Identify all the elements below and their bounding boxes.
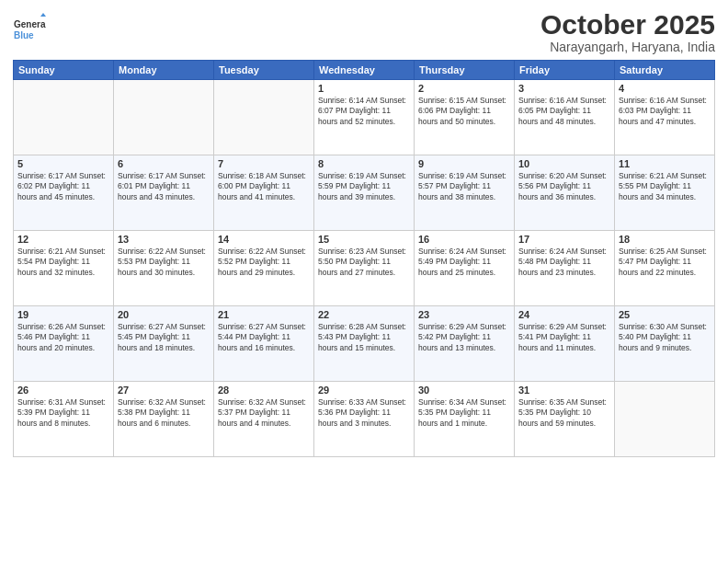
- calendar-table: Sunday Monday Tuesday Wednesday Thursday…: [13, 60, 715, 457]
- header-monday: Monday: [114, 61, 214, 80]
- calendar-cell-2-6: 10Sunrise: 6:20 AM Sunset: 5:56 PM Dayli…: [515, 155, 615, 231]
- calendar-cell-4-5: 23Sunrise: 6:29 AM Sunset: 5:42 PM Dayli…: [415, 306, 515, 382]
- day-info: Sunrise: 6:31 AM Sunset: 5:39 PM Dayligh…: [17, 397, 109, 429]
- day-number: 20: [118, 309, 210, 320]
- calendar-week-2: 5Sunrise: 6:17 AM Sunset: 6:02 PM Daylig…: [14, 155, 715, 231]
- day-number: 28: [218, 385, 310, 396]
- calendar-cell-2-5: 9Sunrise: 6:19 AM Sunset: 5:57 PM Daylig…: [415, 155, 515, 231]
- calendar-cell-4-6: 24Sunrise: 6:29 AM Sunset: 5:41 PM Dayli…: [515, 306, 615, 382]
- day-number: 4: [619, 83, 711, 94]
- calendar-week-4: 19Sunrise: 6:26 AM Sunset: 5:46 PM Dayli…: [14, 306, 715, 382]
- calendar-cell-4-2: 20Sunrise: 6:27 AM Sunset: 5:45 PM Dayli…: [114, 306, 214, 382]
- day-number: 19: [17, 309, 109, 320]
- calendar-cell-2-3: 7Sunrise: 6:18 AM Sunset: 6:00 PM Daylig…: [214, 155, 314, 231]
- day-info: Sunrise: 6:29 AM Sunset: 5:42 PM Dayligh…: [418, 322, 510, 353]
- day-info: Sunrise: 6:27 AM Sunset: 5:45 PM Dayligh…: [118, 322, 210, 353]
- day-number: 17: [518, 234, 610, 245]
- day-info: Sunrise: 6:26 AM Sunset: 5:46 PM Dayligh…: [17, 322, 109, 353]
- header-wednesday: Wednesday: [314, 61, 415, 80]
- day-number: 27: [118, 385, 210, 396]
- day-number: 23: [418, 309, 510, 320]
- day-number: 3: [518, 83, 610, 94]
- day-number: 21: [218, 309, 310, 320]
- calendar-header-row: Sunday Monday Tuesday Wednesday Thursday…: [14, 61, 715, 80]
- header-saturday: Saturday: [615, 61, 715, 80]
- day-info: Sunrise: 6:25 AM Sunset: 5:47 PM Dayligh…: [619, 247, 711, 278]
- calendar-week-3: 12Sunrise: 6:21 AM Sunset: 5:54 PM Dayli…: [14, 231, 715, 306]
- day-number: 12: [17, 234, 109, 245]
- day-number: 22: [318, 309, 410, 320]
- day-number: 6: [118, 158, 210, 169]
- calendar-cell-5-5: 30Sunrise: 6:34 AM Sunset: 5:35 PM Dayli…: [415, 382, 515, 457]
- calendar-week-5: 26Sunrise: 6:31 AM Sunset: 5:39 PM Dayli…: [14, 382, 715, 457]
- calendar-cell-1-5: 2Sunrise: 6:15 AM Sunset: 6:06 PM Daylig…: [415, 80, 515, 155]
- day-number: 8: [318, 158, 410, 169]
- page-header: General Blue October 2025 Narayangarh, H…: [13, 9, 715, 54]
- calendar-cell-1-4: 1Sunrise: 6:14 AM Sunset: 6:07 PM Daylig…: [314, 80, 415, 155]
- day-number: 5: [17, 158, 109, 169]
- day-info: Sunrise: 6:14 AM Sunset: 6:07 PM Dayligh…: [318, 96, 410, 127]
- day-info: Sunrise: 6:23 AM Sunset: 5:50 PM Dayligh…: [318, 247, 410, 278]
- day-info: Sunrise: 6:20 AM Sunset: 5:56 PM Dayligh…: [518, 171, 610, 202]
- calendar-cell-1-1: [14, 80, 114, 155]
- day-info: Sunrise: 6:27 AM Sunset: 5:44 PM Dayligh…: [218, 322, 310, 353]
- location-title: Narayangarh, Haryana, India: [540, 40, 715, 54]
- calendar-cell-5-3: 28Sunrise: 6:32 AM Sunset: 5:37 PM Dayli…: [214, 382, 314, 457]
- day-info: Sunrise: 6:19 AM Sunset: 5:59 PM Dayligh…: [318, 171, 410, 202]
- day-number: 16: [418, 234, 510, 245]
- day-number: 26: [17, 385, 109, 396]
- day-info: Sunrise: 6:21 AM Sunset: 5:54 PM Dayligh…: [17, 247, 109, 278]
- calendar-cell-5-4: 29Sunrise: 6:33 AM Sunset: 5:36 PM Dayli…: [314, 382, 415, 457]
- day-number: 7: [218, 158, 310, 169]
- day-number: 13: [118, 234, 210, 245]
- day-info: Sunrise: 6:16 AM Sunset: 6:03 PM Dayligh…: [619, 96, 711, 127]
- day-number: 9: [418, 158, 510, 169]
- calendar-cell-3-3: 14Sunrise: 6:22 AM Sunset: 5:52 PM Dayli…: [214, 231, 314, 306]
- calendar-cell-3-6: 17Sunrise: 6:24 AM Sunset: 5:48 PM Dayli…: [515, 231, 615, 306]
- calendar-cell-3-2: 13Sunrise: 6:22 AM Sunset: 5:53 PM Dayli…: [114, 231, 214, 306]
- day-info: Sunrise: 6:33 AM Sunset: 5:36 PM Dayligh…: [318, 397, 410, 429]
- calendar-cell-1-7: 4Sunrise: 6:16 AM Sunset: 6:03 PM Daylig…: [615, 80, 715, 155]
- header-tuesday: Tuesday: [214, 61, 314, 80]
- calendar-cell-3-5: 16Sunrise: 6:24 AM Sunset: 5:49 PM Dayli…: [415, 231, 515, 306]
- day-info: Sunrise: 6:32 AM Sunset: 5:38 PM Dayligh…: [118, 397, 210, 429]
- day-info: Sunrise: 6:24 AM Sunset: 5:49 PM Dayligh…: [418, 247, 510, 278]
- day-info: Sunrise: 6:24 AM Sunset: 5:48 PM Dayligh…: [518, 247, 610, 278]
- day-number: 10: [518, 158, 610, 169]
- day-info: Sunrise: 6:15 AM Sunset: 6:06 PM Dayligh…: [418, 96, 510, 127]
- day-info: Sunrise: 6:30 AM Sunset: 5:40 PM Dayligh…: [619, 322, 711, 353]
- header-friday: Friday: [515, 61, 615, 80]
- day-info: Sunrise: 6:16 AM Sunset: 6:05 PM Dayligh…: [518, 96, 610, 127]
- month-title: October 2025: [540, 9, 715, 40]
- calendar-cell-3-4: 15Sunrise: 6:23 AM Sunset: 5:50 PM Dayli…: [314, 231, 415, 306]
- day-number: 24: [518, 309, 610, 320]
- day-info: Sunrise: 6:17 AM Sunset: 6:01 PM Dayligh…: [118, 171, 210, 202]
- calendar-cell-3-1: 12Sunrise: 6:21 AM Sunset: 5:54 PM Dayli…: [14, 231, 114, 306]
- day-number: 2: [418, 83, 510, 94]
- calendar-cell-4-1: 19Sunrise: 6:26 AM Sunset: 5:46 PM Dayli…: [14, 306, 114, 382]
- day-number: 31: [518, 385, 610, 396]
- calendar-cell-4-4: 22Sunrise: 6:28 AM Sunset: 5:43 PM Dayli…: [314, 306, 415, 382]
- day-info: Sunrise: 6:29 AM Sunset: 5:41 PM Dayligh…: [518, 322, 610, 353]
- calendar-cell-5-2: 27Sunrise: 6:32 AM Sunset: 5:38 PM Dayli…: [114, 382, 214, 457]
- svg-marker-2: [40, 13, 46, 17]
- day-number: 1: [318, 83, 410, 94]
- calendar-cell-4-7: 25Sunrise: 6:30 AM Sunset: 5:40 PM Dayli…: [615, 306, 715, 382]
- title-block: October 2025 Narayangarh, Haryana, India: [540, 9, 715, 54]
- day-info: Sunrise: 6:18 AM Sunset: 6:00 PM Dayligh…: [218, 171, 310, 202]
- day-info: Sunrise: 6:34 AM Sunset: 5:35 PM Dayligh…: [418, 397, 510, 429]
- calendar-cell-4-3: 21Sunrise: 6:27 AM Sunset: 5:44 PM Dayli…: [214, 306, 314, 382]
- calendar-cell-2-4: 8Sunrise: 6:19 AM Sunset: 5:59 PM Daylig…: [314, 155, 415, 231]
- day-info: Sunrise: 6:32 AM Sunset: 5:37 PM Dayligh…: [218, 397, 310, 429]
- day-number: 29: [318, 385, 410, 396]
- calendar-cell-5-6: 31Sunrise: 6:35 AM Sunset: 5:35 PM Dayli…: [515, 382, 615, 457]
- svg-text:Blue: Blue: [14, 30, 34, 40]
- day-number: 30: [418, 385, 510, 396]
- svg-text:General: General: [14, 19, 46, 29]
- day-info: Sunrise: 6:35 AM Sunset: 5:35 PM Dayligh…: [518, 397, 610, 429]
- day-number: 18: [619, 234, 711, 245]
- calendar-cell-1-6: 3Sunrise: 6:16 AM Sunset: 6:05 PM Daylig…: [515, 80, 615, 155]
- header-thursday: Thursday: [415, 61, 515, 80]
- day-number: 15: [318, 234, 410, 245]
- day-info: Sunrise: 6:22 AM Sunset: 5:52 PM Dayligh…: [218, 247, 310, 278]
